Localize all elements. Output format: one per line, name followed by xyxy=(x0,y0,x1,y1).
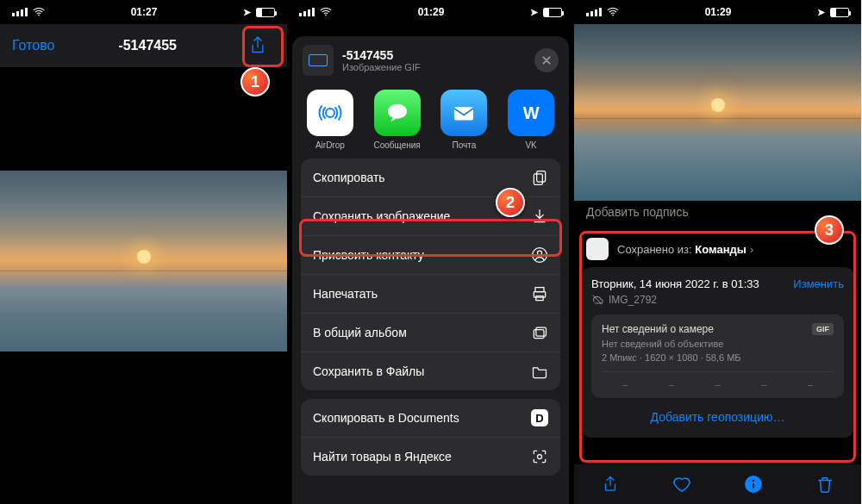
screenshot-2: 01:29 ➤ -5147455 Изображение GIF AirDrop xyxy=(287,0,574,504)
svg-point-2 xyxy=(326,109,334,117)
action-assign-contact[interactable]: Присвоить контакту xyxy=(301,236,560,275)
action-copy[interactable]: Скопировать xyxy=(301,159,560,197)
svg-rect-6 xyxy=(534,174,542,185)
app-mail[interactable]: Почта xyxy=(439,90,490,150)
messages-icon xyxy=(374,90,421,136)
documents-app-icon: D xyxy=(531,409,548,426)
status-time: 01:29 xyxy=(705,6,732,18)
no-sync-icon xyxy=(591,294,603,306)
vk-icon: W xyxy=(508,90,554,136)
action-shared-album[interactable]: В общий альбом xyxy=(301,314,560,352)
screenshot-1: 01:27 ➤ Готово -5147455 1 xyxy=(0,0,287,504)
photo-filename: IMG_2792 xyxy=(609,294,657,306)
share-button[interactable] xyxy=(240,28,275,63)
preview-area xyxy=(0,67,287,504)
wifi-icon xyxy=(320,8,332,16)
app-label: VK xyxy=(505,140,557,150)
heart-icon[interactable] xyxy=(672,475,691,494)
share-sheet: -5147455 Изображение GIF AirDrop Сообщен… xyxy=(292,36,569,504)
copy-icon xyxy=(531,169,548,186)
contact-icon xyxy=(531,246,548,264)
info-icon[interactable] xyxy=(744,475,763,494)
add-caption-field[interactable]: Добавить подпись xyxy=(586,205,689,219)
download-icon xyxy=(531,208,548,225)
share-apps-row: AirDrop Сообщения Почта W VK xyxy=(292,84,569,159)
status-bar: 01:29 ➤ xyxy=(287,0,574,24)
done-button[interactable]: Готово xyxy=(12,38,54,53)
wifi-icon xyxy=(607,8,619,16)
action-label: Найти товары в Яндексе xyxy=(313,450,452,464)
svg-point-8 xyxy=(538,251,542,255)
edit-date-button[interactable]: Изменить xyxy=(793,277,844,290)
sheet-title: -5147455 xyxy=(342,48,421,62)
actions-list: Скопировать Сохранить изображение Присво… xyxy=(292,159,569,476)
action-label: Напечатать xyxy=(313,287,378,301)
cell-signal-icon xyxy=(299,8,315,16)
step-badge-2: 2 xyxy=(496,188,525,217)
svg-rect-12 xyxy=(534,330,544,339)
add-geolocation-button[interactable]: Добавить геопозицию… xyxy=(591,398,844,429)
action-save-files[interactable]: Сохранить в Файлы xyxy=(301,352,560,390)
photo-date: Вторник, 14 июня 2022 г. в 01:33 xyxy=(591,277,759,290)
saved-from-row[interactable]: Сохранено из: Команды› xyxy=(581,231,854,267)
file-title: -5147455 xyxy=(118,38,177,53)
saved-from-app: Команды xyxy=(695,243,746,256)
source-app-thumb xyxy=(586,238,609,260)
metadata-card: Вторник, 14 июня 2022 г. в 01:33 Изменит… xyxy=(581,267,854,438)
preview-image[interactable] xyxy=(0,171,287,352)
action-copy-documents[interactable]: Скопировать в Documents D xyxy=(301,399,560,438)
exif-placeholder: ––––– xyxy=(602,371,834,389)
scan-icon xyxy=(531,448,548,465)
svg-rect-11 xyxy=(536,296,543,301)
action-label: Сохранить изображение xyxy=(313,209,450,223)
app-label: Почта xyxy=(439,140,490,150)
action-label: Сохранить в Файлы xyxy=(313,364,424,378)
share-icon[interactable] xyxy=(601,475,620,494)
photo-toolbar xyxy=(574,464,861,504)
action-label: В общий альбом xyxy=(313,326,407,339)
saved-from-label: Сохранено из: xyxy=(617,243,692,256)
action-yandex-search[interactable]: Найти товары в Яндексе xyxy=(301,438,560,476)
app-airdrop[interactable]: AirDrop xyxy=(304,90,356,150)
file-thumb xyxy=(303,45,334,76)
nav-bar: Готово -5147455 xyxy=(0,24,287,67)
app-messages[interactable]: Сообщения xyxy=(372,90,423,150)
action-label: Скопировать в Documents xyxy=(313,411,459,425)
battery-icon xyxy=(543,8,562,17)
location-icon: ➤ xyxy=(817,7,825,18)
sheet-subtitle: Изображение GIF xyxy=(342,62,421,72)
svg-point-15 xyxy=(612,15,614,16)
app-vk[interactable]: W VK xyxy=(505,90,557,150)
action-label: Присвоить контакту xyxy=(313,248,424,262)
print-icon xyxy=(531,285,548,302)
svg-point-14 xyxy=(538,455,542,459)
camera-info-card: Нет сведений о камере GIF Нет сведений о… xyxy=(591,314,844,398)
photo-preview[interactable] xyxy=(574,24,861,201)
svg-rect-13 xyxy=(536,327,547,336)
step-badge-3: 3 xyxy=(815,215,844,245)
mail-icon xyxy=(440,90,487,136)
cell-signal-icon xyxy=(12,8,28,16)
svg-point-3 xyxy=(388,104,407,119)
action-print[interactable]: Напечатать xyxy=(301,275,560,314)
app-label: Сообщения xyxy=(372,140,423,150)
no-camera-label: Нет сведений о камере xyxy=(602,323,714,335)
app-label: AirDrop xyxy=(304,140,356,150)
svg-rect-9 xyxy=(535,288,544,292)
svg-rect-5 xyxy=(537,171,546,183)
airdrop-icon xyxy=(307,90,353,136)
status-time: 01:27 xyxy=(131,6,158,18)
svg-point-19 xyxy=(753,480,754,482)
svg-point-1 xyxy=(325,15,327,16)
sheet-header: -5147455 Изображение GIF xyxy=(292,36,569,84)
close-button[interactable] xyxy=(534,48,559,72)
step-badge-1: 1 xyxy=(240,67,270,96)
close-icon xyxy=(541,55,552,65)
status-bar: 01:27 ➤ xyxy=(0,0,287,24)
trash-icon[interactable] xyxy=(815,475,834,494)
chevron-right-icon: › xyxy=(750,243,753,256)
svg-rect-4 xyxy=(454,107,473,120)
album-icon xyxy=(531,324,548,341)
location-icon: ➤ xyxy=(243,7,251,18)
status-bar: 01:29 ➤ xyxy=(574,0,861,24)
